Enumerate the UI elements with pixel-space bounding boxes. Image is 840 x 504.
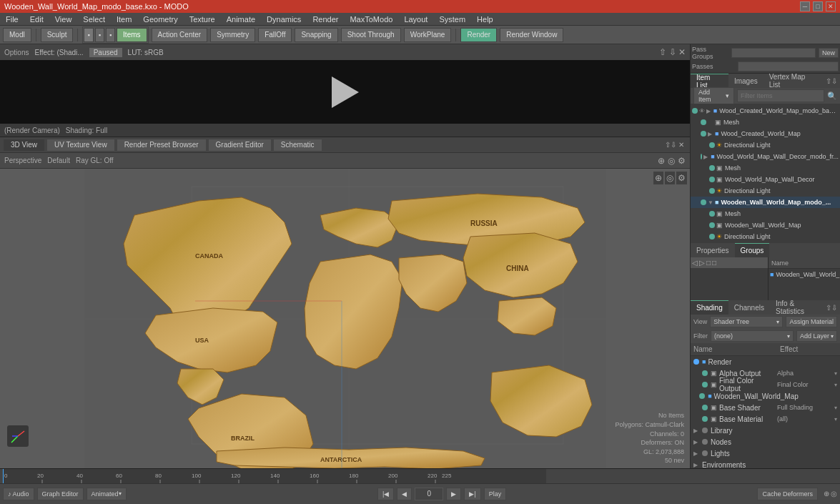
prop-icon2[interactable]: ▷ (699, 259, 705, 267)
select-mode-btn2[interactable]: ▪ (95, 28, 104, 42)
viewport-icon-2[interactable]: ◎ (668, 156, 675, 166)
select-mode-btn3[interactable]: ▪ (106, 28, 115, 42)
tab-properties[interactable]: Properties (691, 243, 735, 257)
view-label[interactable]: View (693, 318, 707, 325)
tab-groups[interactable]: Groups (735, 243, 770, 257)
tab-vertex-map-list[interactable]: Vertex Map List (764, 74, 823, 88)
menu-geometry[interactable]: Geometry (140, 15, 180, 24)
shader-item-finalcolor[interactable]: ▣ Final Color Output Final Color ▾ (691, 379, 840, 390)
prev-frame-btn[interactable]: ◀ (397, 488, 412, 500)
menu-system[interactable]: System (436, 15, 468, 24)
tree-item-scene[interactable]: 👁 ▶ ■ Wood_Created_World_Map_modo_base..… (691, 105, 840, 117)
menu-texture[interactable]: Texture (187, 15, 218, 24)
shader-item-wooden-material[interactable]: ■ Wooden_Wall_World_Map (691, 390, 840, 402)
menu-file[interactable]: File (3, 15, 21, 24)
play-label-btn[interactable]: Play (484, 488, 507, 500)
tree-item-wooden-selected[interactable]: ▼ ■ Wooden_Wall_World_Map_modo_... (691, 197, 840, 208)
tree-item-mesh-2[interactable]: ▣ Mesh (691, 162, 840, 174)
shader-item-lights[interactable]: ▶ Lights (691, 448, 840, 459)
assign-material-btn[interactable]: Assign Material (786, 316, 837, 327)
viewport-overlay-icon2[interactable]: ◎ (665, 172, 675, 184)
prop-icon1[interactable]: ◁ (692, 259, 698, 267)
graph-editor-btn[interactable]: Graph Editor (37, 488, 84, 500)
pass-groups-input[interactable] (731, 48, 816, 58)
3d-canvas[interactable]: CANADA USA BRAZIL (0, 169, 690, 468)
shader-item-basematerial[interactable]: ▣ Base Material (all) ▾ (691, 413, 840, 425)
audio-btn[interactable]: ♪ Audio (3, 488, 34, 500)
viewport-overlay-icon1[interactable]: ⊕ (653, 172, 663, 184)
viewport-header-right[interactable]: ⊕ ◎ ⚙ (658, 156, 686, 166)
options-label[interactable]: Options (4, 49, 29, 56)
tree-item-light-2[interactable]: ☀ Directional Light (691, 185, 840, 197)
tree-item-group-2[interactable]: ▶ ■ Wood_World_Map_Wall_Decor_modo_fr... (691, 151, 840, 162)
render-window-btn[interactable]: Render Window (500, 28, 563, 42)
menu-render[interactable]: Render (310, 15, 341, 24)
menu-maxtomodo[interactable]: MaxToModo (347, 15, 395, 24)
tab-render-preset[interactable]: Render Preset Browser (117, 139, 207, 152)
cache-deformers-btn[interactable]: Cache Deformers (757, 488, 818, 500)
item-list-expand-icon[interactable]: ⇧⇩ (823, 77, 840, 85)
tab-schematic[interactable]: Schematic (273, 139, 322, 152)
shader-item-environments[interactable]: ▶ Environments (691, 459, 840, 468)
tree-item-wooden-map[interactable]: ▣ Wooden_Wall_World_Map (691, 219, 840, 231)
render-play-button[interactable] (331, 78, 360, 107)
shader-item-baseshader[interactable]: ▣ Base Shader Full Shading ▾ (691, 402, 840, 413)
filter-items-input[interactable] (737, 89, 824, 102)
menu-layout[interactable]: Layout (401, 15, 430, 24)
items-btn[interactable]: Items (117, 28, 147, 42)
play-btn[interactable]: ▶ (446, 488, 461, 500)
prop-icon4[interactable]: □ (712, 259, 716, 267)
add-layer-btn[interactable]: Add Layer ▾ (796, 330, 837, 342)
maximize-button[interactable]: □ (813, 1, 823, 11)
tab-item-list[interactable]: Item List (691, 74, 728, 88)
tab-3d-view[interactable]: 3D View (3, 139, 45, 152)
timeline-ruler[interactable]: 0 20 40 60 80 100 120 140 160 180 (0, 469, 840, 483)
tab-uv-texture[interactable]: UV Texture View (46, 139, 115, 152)
transport-icon2[interactable]: ◎ (831, 490, 837, 498)
close-button[interactable]: ✕ (826, 1, 836, 11)
menu-edit[interactable]: Edit (27, 15, 46, 24)
shader-item-nodes[interactable]: ▶ Nodes (691, 436, 840, 448)
render-btn[interactable]: Render (460, 28, 497, 42)
menu-dynamics[interactable]: Dynamics (264, 15, 304, 24)
viewport-icon-1[interactable]: ⊕ (658, 156, 665, 166)
passes-input[interactable] (738, 61, 839, 71)
menu-select[interactable]: Select (80, 15, 108, 24)
tree-item-light-3[interactable]: ☀ Directional Light (691, 231, 840, 242)
viewport-expand-icons[interactable]: ⇧⇩ ✕ (662, 141, 687, 149)
transport-icon1[interactable]: ⊕ (824, 490, 829, 498)
menu-item[interactable]: Item (114, 15, 134, 24)
tree-item-mesh-3[interactable]: ▣ Mesh (691, 208, 840, 219)
shader-expand-icon[interactable]: ⇧⇩ (823, 304, 840, 312)
tab-images[interactable]: Images (728, 74, 764, 88)
pass-groups-new-btn[interactable]: New (819, 48, 839, 58)
tree-item-group-1[interactable]: ▶ ■ Wood_Created_World_Map (691, 128, 840, 139)
groups-item-1[interactable]: ■ Wooden_Wall_World_Map (769, 269, 840, 280)
menu-animate[interactable]: Animate (224, 15, 258, 24)
tab-channels[interactable]: Channels (728, 300, 770, 315)
tab-shading[interactable]: Shading (691, 300, 728, 315)
tree-item-mesh-1[interactable]: ▣ Mesh (691, 117, 840, 128)
filter-dropdown[interactable]: (none) ▾ (711, 330, 794, 342)
filter-search-icon[interactable]: 🔍 (827, 92, 837, 101)
tab-info-stats[interactable]: Info & Statistics (770, 300, 823, 315)
tree-item-light-1[interactable]: ☀ Directional Light (691, 139, 840, 151)
animated-btn[interactable]: Animated ▾ (87, 488, 127, 500)
select-mode-btn[interactable]: ▪ (84, 28, 93, 42)
window-controls[interactable]: ─ □ ✕ (800, 1, 836, 11)
shoot-through-btn[interactable]: Shoot Through (341, 28, 401, 42)
symmetry-btn[interactable]: Symmetry (210, 28, 255, 42)
tab-gradient[interactable]: Gradient Editor (208, 139, 272, 152)
go-start-btn[interactable]: |◀ (377, 488, 394, 500)
shader-tree-dropdown[interactable]: Shader Tree ▾ (710, 316, 783, 327)
minimize-button[interactable]: ─ (800, 1, 810, 11)
next-frame-btn[interactable]: ▶| (464, 488, 480, 500)
snapping-btn[interactable]: Snapping (295, 28, 337, 42)
viewport-icon-3[interactable]: ⚙ (678, 156, 686, 166)
menu-view[interactable]: View (52, 15, 75, 24)
falloff-btn[interactable]: FallOff (258, 28, 292, 42)
tree-item-decor[interactable]: ▣ Wood_World_Map_Wall_Decor (691, 174, 840, 185)
perspective-label[interactable]: Perspective (4, 157, 41, 164)
mode-model-btn[interactable]: Modl (3, 28, 31, 42)
menu-help[interactable]: Help (474, 15, 496, 24)
